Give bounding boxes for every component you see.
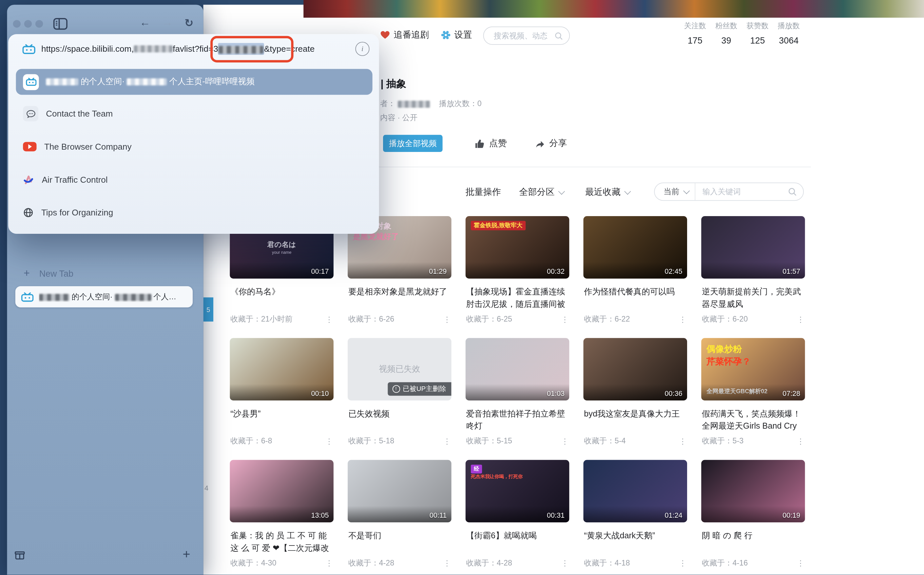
more-menu-icon[interactable]: ⋮ [561, 559, 569, 567]
video-thumbnail[interactable]: 00:11 [348, 460, 451, 523]
more-menu-icon[interactable]: ⋮ [797, 315, 805, 324]
chevron-down-icon [624, 188, 631, 194]
stat-value: 3064 [776, 35, 801, 46]
more-menu-icon[interactable]: ⋮ [325, 315, 333, 324]
active-tab[interactable]: 的个人空间· 个人… [15, 286, 193, 308]
video-card[interactable]: 00:11不是哥们收藏于：4-28⋮ [348, 460, 451, 575]
video-card[interactable]: 02:45作为怪猎代餐真的可以吗收藏于：6-22⋮ [583, 216, 687, 331]
video-thumbnail[interactable]: 00:36 [583, 338, 687, 400]
reload-button[interactable]: ↻ [185, 16, 193, 29]
suggestion-selected[interactable]: 的个人空间· 个人主页-哔哩哔哩视频 [16, 69, 373, 95]
suggestion-item[interactable]: Air Traffic Control [16, 167, 373, 192]
video-card[interactable]: 视频已失效!已被UP主删除已失效视频收藏于：5-18⋮ [348, 338, 451, 453]
video-thumbnail[interactable]: 霍金铁脱,致敬牢大00:32 [465, 216, 569, 279]
forward-button[interactable]: → [162, 16, 173, 29]
folder-list-selected-sliver[interactable]: 5 [203, 297, 213, 322]
video-thumbnail[interactable]: 13:05 [230, 460, 333, 523]
video-title[interactable]: 假药满天飞，笑点频频爆！全网最逆天Girls Band Cry解析 [702, 408, 805, 433]
stat-0[interactable]: 关注数175 [682, 21, 708, 46]
video-thumbnail[interactable]: 01:57 [701, 216, 805, 279]
batch-actions-button[interactable]: 批量操作 [465, 187, 501, 198]
more-menu-icon[interactable]: ⋮ [679, 559, 687, 567]
video-thumbnail[interactable]: 偶像炒粉芹菜怀孕？全网最逆天GBC解析0207:28 [701, 338, 805, 400]
search-icon[interactable] [787, 187, 798, 197]
video-card[interactable]: 01:57逆天萌新提前关门，完美武器尽显威风收藏于：6-20⋮ [701, 216, 805, 331]
video-meta: 收藏于：5-3⋮ [702, 436, 805, 446]
back-button[interactable]: ← [140, 16, 150, 29]
category-dropdown[interactable]: 全部分区 [519, 187, 564, 198]
suggestion-item[interactable]: Contact the Team [16, 101, 373, 127]
suggestion-item[interactable]: Tips for Organizing [16, 200, 373, 226]
video-title[interactable]: 作为怪猎代餐真的可以吗 [584, 286, 687, 298]
video-card[interactable]: 00:36byd我这室友是真像大力王收藏于：5-4⋮ [583, 338, 687, 453]
video-card[interactable]: 经死杰米我让你喝，打死你00:31【街霸6】就喝就喝收藏于：4-28⋮ [465, 460, 569, 575]
thumbnail-overlay-text: 经 [471, 465, 482, 473]
site-search-input[interactable]: 搜索视频、动态 [483, 27, 570, 45]
video-title[interactable]: 不是哥们 [348, 529, 451, 542]
video-title[interactable]: 【抽象现场】霍金直播连续肘击汉尼拔，随后直播间被封 [466, 286, 569, 311]
suggestion-item[interactable]: The Browser Company [16, 133, 373, 159]
more-menu-icon[interactable]: ⋮ [325, 559, 333, 567]
more-menu-icon[interactable]: ⋮ [325, 437, 333, 446]
video-card[interactable]: 01:03爱音拍素世拍祥子拍立希壁咚灯收藏于：5-15⋮ [465, 338, 569, 453]
video-thumbnail[interactable]: 01:03 [465, 338, 569, 400]
video-title[interactable]: “黄泉大战dark天鹅” [584, 529, 687, 542]
video-title[interactable]: 雀巢：我 的 员 工 不 可 能 这 么 可 爱 ❤【二次元爆改 [230, 529, 333, 554]
info-icon[interactable]: i [355, 42, 369, 56]
more-menu-icon[interactable]: ⋮ [797, 559, 805, 567]
video-card[interactable]: 01:24“黄泉大战dark天鹅”收藏于：4-18⋮ [583, 460, 687, 575]
archive-box-icon[interactable] [14, 550, 25, 561]
video-thumbnail[interactable]: 00:19 [701, 460, 805, 523]
video-card[interactable]: 00:10“沙县男”收藏于：6-8⋮ [230, 338, 333, 453]
video-thumbnail[interactable]: 视频已失效!已被UP主删除 [348, 338, 451, 400]
like-button[interactable]: 点赞 [475, 138, 507, 149]
video-thumbnail[interactable]: 经死杰米我让你喝，打死你00:31 [465, 460, 569, 523]
play-all-button[interactable]: 播放全部视频 [383, 135, 443, 152]
stat-3[interactable]: 播放数3064 [776, 21, 801, 46]
new-tab-button[interactable]: + New Tab [24, 267, 73, 280]
video-card[interactable]: 霍金铁脱,致敬牢大00:32【抽象现场】霍金直播连续肘击汉尼拔，随后直播间被封收… [465, 216, 569, 331]
video-title[interactable]: byd我这室友是真像大力王 [584, 408, 687, 420]
video-card[interactable]: 00:19阴 暗 の 爬 行收藏于：4-16⋮ [701, 460, 805, 575]
video-meta: 收藏于：6-26⋮ [348, 314, 451, 324]
sidebar-toggle-icon[interactable] [53, 17, 68, 30]
video-title[interactable]: 逆天萌新提前关门，完美武器尽显威风 [702, 286, 805, 310]
more-menu-icon[interactable]: ⋮ [443, 437, 451, 446]
new-item-plus-icon[interactable]: + [183, 546, 190, 562]
more-menu-icon[interactable]: ⋮ [561, 437, 569, 446]
more-menu-icon[interactable]: ⋮ [443, 315, 451, 324]
video-card[interactable]: 偶像炒粉芹菜怀孕？全网最逆天GBC解析0207:28假药满天飞，笑点频频爆！全网… [701, 338, 805, 453]
nav-settings[interactable]: 设置 [441, 29, 472, 41]
more-menu-icon[interactable]: ⋮ [561, 315, 569, 324]
video-title[interactable]: 《你的马名》 [230, 286, 333, 298]
video-title[interactable]: 阴 暗 の 爬 行 [702, 529, 805, 542]
traffic-close-button[interactable] [13, 20, 21, 27]
stat-1[interactable]: 粉丝数39 [714, 21, 739, 46]
more-menu-icon[interactable]: ⋮ [443, 559, 451, 567]
video-title[interactable]: 【街霸6】就喝就喝 [466, 529, 569, 542]
url-bar[interactable]: https://space.bilibili.com,favlist?fid=3… [8, 34, 379, 64]
video-thumbnail[interactable]: 02:45 [583, 216, 687, 279]
video-card[interactable]: 13:05雀巢：我 的 员 工 不 可 能 这 么 可 爱 ❤【二次元爆改收藏于… [230, 460, 333, 575]
duration-badge: 00:17 [311, 267, 329, 276]
scope-dropdown[interactable]: 当前 [655, 186, 695, 197]
stat-label: 播放数 [776, 21, 801, 32]
video-title[interactable]: “沙县男” [230, 408, 333, 420]
video-title[interactable]: 要是相亲对象是黑龙就好了 [348, 286, 451, 298]
stat-2[interactable]: 获赞数125 [745, 21, 770, 46]
video-thumbnail[interactable]: 01:24 [583, 460, 687, 523]
thumbnail-overlay-text: 死杰米我让你喝，打死你 [471, 473, 523, 480]
share-button[interactable]: 分享 [534, 138, 567, 149]
video-title[interactable]: 爱音拍素世拍祥子拍立希壁咚灯 [466, 408, 569, 432]
traffic-zoom-button[interactable] [35, 20, 43, 27]
more-menu-icon[interactable]: ⋮ [797, 437, 805, 446]
video-title[interactable]: 已失效视频 [348, 408, 451, 420]
duration-badge: 00:32 [547, 267, 564, 276]
traffic-minimize-button[interactable] [24, 20, 32, 27]
video-thumbnail[interactable]: 00:10 [230, 338, 333, 400]
nav-bangumi[interactable]: 追番追剧 [380, 29, 429, 41]
sort-dropdown[interactable]: 最近收藏 [585, 187, 630, 198]
more-menu-icon[interactable]: ⋮ [679, 315, 687, 324]
more-menu-icon[interactable]: ⋮ [679, 437, 687, 446]
keyword-input[interactable]: 输入关键词 [695, 186, 787, 197]
